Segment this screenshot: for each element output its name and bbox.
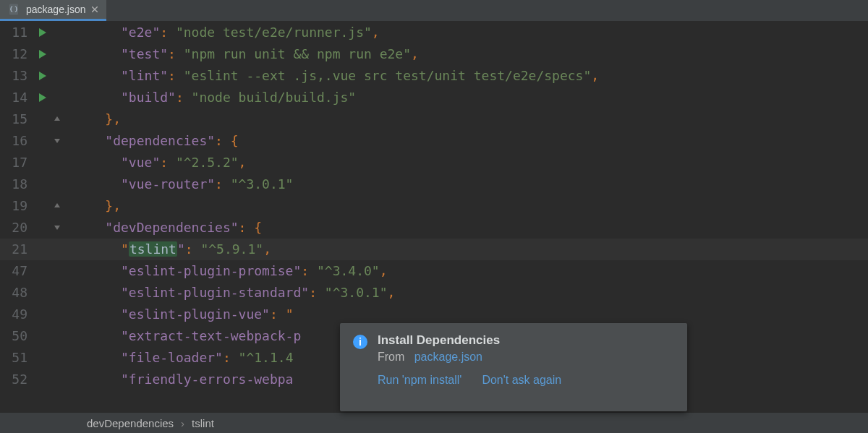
- line-number: 20: [0, 217, 35, 239]
- code-text[interactable]: "lint": "eslint --ext .js,.vue src test/…: [74, 65, 599, 87]
- code-text[interactable]: "eslint-plugin-standard": "^3.0.1",: [74, 282, 395, 304]
- line-number: 11: [0, 22, 35, 43]
- code-text[interactable]: "devDependencies": {: [74, 217, 262, 239]
- run-icon[interactable]: [39, 93, 46, 102]
- line-number: 13: [0, 65, 35, 87]
- line-number: 21: [0, 239, 35, 260]
- dont-ask-again-link[interactable]: Don't ask again: [482, 374, 561, 387]
- breadcrumb: devDependencies › tslint: [0, 413, 868, 433]
- fold-start-icon[interactable]: [51, 224, 64, 231]
- code-line[interactable]: 13 "lint": "eslint --ext .js,.vue src te…: [0, 65, 868, 87]
- code-text[interactable]: "extract-text-webpack-p: [74, 325, 301, 347]
- line-number: 12: [0, 43, 35, 65]
- run-gutter[interactable]: [35, 93, 51, 102]
- line-number: 17: [0, 152, 35, 173]
- code-line[interactable]: 14 "build": "node build/build.js": [0, 87, 868, 108]
- line-number: 47: [0, 260, 35, 282]
- code-line[interactable]: 11 "e2e": "node test/e2e/runner.js",: [0, 22, 868, 43]
- tab-bar: package.json: [0, 0, 868, 22]
- code-text[interactable]: "test": "npm run unit && npm run e2e",: [74, 43, 419, 65]
- code-line[interactable]: 15 },: [0, 108, 868, 130]
- code-line[interactable]: 49 "eslint-plugin-vue": ": [0, 304, 868, 325]
- run-icon[interactable]: [39, 28, 46, 37]
- run-icon[interactable]: [39, 50, 46, 59]
- line-number: 51: [0, 347, 35, 369]
- code-line[interactable]: 17 "vue": "^2.5.2",: [0, 152, 868, 173]
- code-line[interactable]: 47 "eslint-plugin-promise": "^3.4.0",: [0, 260, 868, 282]
- line-number: 50: [0, 325, 35, 347]
- line-number: 18: [0, 173, 35, 195]
- code-text[interactable]: "vue-router": "^3.0.1": [74, 173, 293, 195]
- code-text[interactable]: "tslint": "^5.9.1",: [74, 239, 271, 260]
- editor-tab[interactable]: package.json: [0, 0, 106, 21]
- run-gutter[interactable]: [35, 50, 51, 59]
- run-icon[interactable]: [39, 72, 46, 80]
- code-text[interactable]: "build": "node build/build.js": [74, 87, 356, 108]
- code-text[interactable]: "e2e": "node test/e2e/runner.js",: [74, 22, 380, 43]
- notification-source-link[interactable]: package.json: [414, 351, 482, 363]
- code-line[interactable]: 20 "devDependencies": {: [0, 217, 868, 239]
- line-number: 49: [0, 304, 35, 325]
- line-number: 14: [0, 87, 35, 108]
- run-npm-install-link[interactable]: Run 'npm install': [378, 374, 461, 387]
- fold-start-icon[interactable]: [51, 137, 64, 145]
- info-icon: i: [353, 335, 367, 349]
- fold-end-icon[interactable]: [51, 202, 64, 210]
- code-line[interactable]: 18 "vue-router": "^3.0.1": [0, 173, 868, 195]
- code-text[interactable]: },: [74, 195, 121, 217]
- code-line[interactable]: 16 "dependencies": {: [0, 130, 868, 152]
- line-number: 16: [0, 130, 35, 152]
- breadcrumb-item[interactable]: devDependencies: [87, 417, 174, 429]
- code-text[interactable]: "eslint-plugin-vue": ": [74, 304, 293, 325]
- run-gutter[interactable]: [35, 72, 51, 80]
- notification-title: Install Dependencies: [378, 333, 674, 348]
- code-text[interactable]: "friendly-errors-webpa: [74, 369, 293, 390]
- tab-filename: package.json: [26, 4, 86, 15]
- line-number: 48: [0, 282, 35, 304]
- line-number: 19: [0, 195, 35, 217]
- code-line[interactable]: 19 },: [0, 195, 868, 217]
- notification-popup: i Install Dependencies From package.json…: [340, 323, 687, 411]
- code-line[interactable]: 21 "tslint": "^5.9.1",: [0, 239, 868, 260]
- fold-end-icon[interactable]: [51, 116, 64, 123]
- close-icon[interactable]: [92, 7, 98, 12]
- code-text[interactable]: "file-loader": "^1.1.4: [74, 347, 293, 369]
- breadcrumb-item[interactable]: tslint: [192, 417, 214, 429]
- code-text[interactable]: "vue": "^2.5.2",: [74, 152, 246, 173]
- run-gutter[interactable]: [35, 28, 51, 37]
- line-number: 15: [0, 108, 35, 130]
- code-text[interactable]: },: [74, 108, 121, 130]
- code-text[interactable]: "eslint-plugin-promise": "^3.4.0",: [74, 260, 388, 282]
- line-number: 52: [0, 369, 35, 390]
- code-line[interactable]: 48 "eslint-plugin-standard": "^3.0.1",: [0, 282, 868, 304]
- code-line[interactable]: 12 "test": "npm run unit && npm run e2e"…: [0, 43, 868, 65]
- json-file-icon: [7, 3, 20, 16]
- notification-subtitle: From package.json: [378, 351, 674, 364]
- code-text[interactable]: "dependencies": {: [74, 130, 239, 152]
- chevron-right-icon: ›: [181, 417, 184, 429]
